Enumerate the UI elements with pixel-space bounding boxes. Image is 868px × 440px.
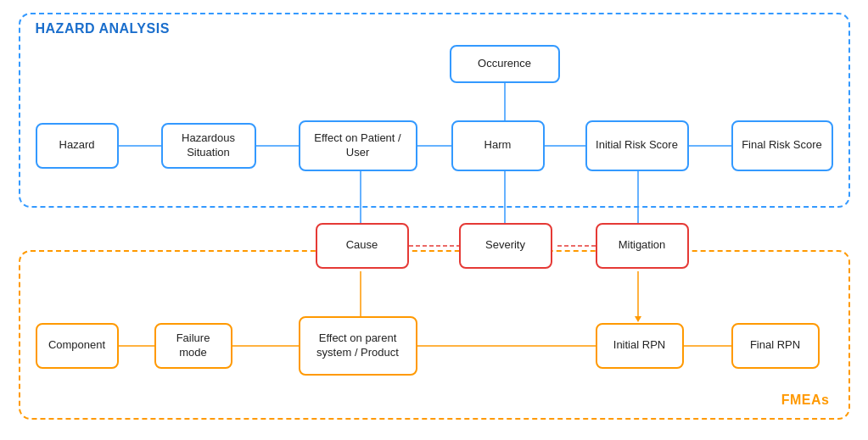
- initial-rpn-node: Initial RPN: [596, 323, 684, 369]
- effect-parent-node: Effect on parent system / Product: [299, 316, 417, 376]
- fmeas-title: FMEAs: [781, 393, 830, 408]
- hazard-node: Hazard: [36, 123, 119, 169]
- hazardous-situation-node: Hazardous Situation: [161, 123, 256, 169]
- main-container: HAZARD ANALYSIS FMEAs: [19, 13, 850, 428]
- severity-node: Severity: [459, 223, 552, 269]
- effect-patient-node: Effect on Patient / User: [299, 120, 417, 171]
- hazard-analysis-title: HAZARD ANALYSIS: [36, 21, 170, 36]
- failure-mode-node: Failure mode: [154, 323, 232, 369]
- hazard-analysis-box: HAZARD ANALYSIS: [19, 13, 850, 208]
- harm-node: Harm: [451, 120, 545, 171]
- cause-node: Cause: [316, 223, 409, 269]
- final-rpn-node: Final RPN: [731, 323, 820, 369]
- final-risk-score-node: Final Risk Score: [731, 120, 833, 171]
- occurence-node: Occurence: [450, 45, 560, 83]
- fmeas-box: FMEAs: [19, 250, 850, 420]
- mitigation-node: Mitigation: [596, 223, 689, 269]
- component-node: Component: [36, 323, 119, 369]
- initial-risk-score-node: Initial Risk Score: [585, 120, 689, 171]
